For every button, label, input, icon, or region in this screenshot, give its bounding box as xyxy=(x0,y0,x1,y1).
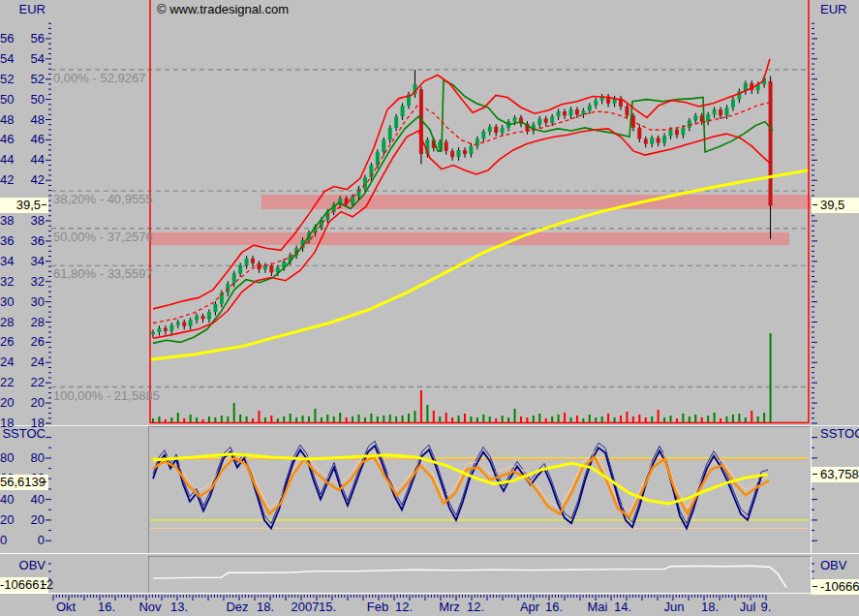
candle-down xyxy=(657,138,660,142)
volume-bar xyxy=(290,414,291,422)
red-upper-band-line xyxy=(153,59,770,309)
volume-bar xyxy=(651,416,653,422)
candle-up xyxy=(513,117,517,121)
candle-down xyxy=(164,328,168,331)
candle-up xyxy=(151,332,155,334)
volume-bar xyxy=(632,416,634,422)
volume-bar xyxy=(158,416,160,422)
volume-bar xyxy=(314,409,316,422)
candle-up xyxy=(481,132,485,139)
candle-down xyxy=(463,150,467,154)
volume-bar xyxy=(414,411,415,422)
volume-bar xyxy=(707,416,709,422)
volume-bar xyxy=(607,414,609,422)
price-axis-label-right: 24 xyxy=(0,355,14,369)
volume-bar xyxy=(582,418,584,422)
candle-down xyxy=(182,323,186,326)
candle-up xyxy=(537,119,541,125)
date-axis-label: 9. xyxy=(761,601,772,614)
candle-up xyxy=(594,101,598,106)
date-axis-label: 2007 xyxy=(291,601,320,614)
obv-panel-title-left: OBV xyxy=(1,559,46,572)
date-axis-label: 12. xyxy=(395,601,413,614)
price-axis-label-right: 54 xyxy=(0,52,14,66)
volume-bar xyxy=(770,333,772,422)
volume-bar xyxy=(751,411,752,422)
date-axis-label: Apr xyxy=(520,601,539,614)
candle-down xyxy=(719,109,722,115)
volume-bar xyxy=(514,409,516,422)
obv-value-label-left: -1066612 xyxy=(0,577,48,593)
panel-separator xyxy=(0,425,859,426)
candle-down xyxy=(675,130,679,135)
candle-down xyxy=(563,111,567,115)
volume-bar xyxy=(601,416,603,422)
volume-bar xyxy=(377,416,379,422)
resistance-band xyxy=(150,232,789,245)
volume-bar xyxy=(502,416,504,422)
volume-bar xyxy=(738,414,740,422)
date-axis-label: 18. xyxy=(701,601,719,614)
price-axis-label-right: 18 xyxy=(0,416,14,430)
volume-bar xyxy=(445,413,447,422)
volume-bar xyxy=(732,415,734,422)
panel-separator xyxy=(0,553,859,554)
candle-down xyxy=(201,316,205,319)
obv-value-label-right: -1066612 xyxy=(812,579,859,595)
date-axis-label: 16. xyxy=(98,601,115,614)
volume-bar xyxy=(183,418,185,422)
candle-up xyxy=(688,121,691,128)
price-axis-label-right: 52 xyxy=(0,73,14,86)
price-axis-label-right: 42 xyxy=(0,173,14,187)
volume-bar xyxy=(763,413,765,422)
volume-bar xyxy=(152,418,154,422)
candle-down xyxy=(345,199,349,203)
date-axis-label: Mai xyxy=(588,601,608,614)
tick-dash xyxy=(42,204,46,205)
candle-down xyxy=(637,128,641,139)
candle-down xyxy=(450,151,454,157)
volume-bar xyxy=(170,417,172,422)
candle-up xyxy=(401,106,405,117)
volume-bar xyxy=(214,417,216,422)
candle-up xyxy=(245,259,249,265)
price-axis-label-right: 48 xyxy=(0,113,14,127)
volume-bar xyxy=(645,417,647,422)
candle-up xyxy=(232,273,236,283)
volume-bar xyxy=(626,412,628,422)
volume-bar xyxy=(202,419,204,422)
volume-bar xyxy=(564,413,566,422)
volume-bar xyxy=(714,413,716,422)
volume-bar xyxy=(725,416,727,422)
volume-bar xyxy=(326,415,328,422)
volume-bar xyxy=(551,416,553,422)
candle-up xyxy=(681,128,685,135)
volume-bar xyxy=(676,418,678,422)
date-axis-label: Nov xyxy=(138,601,161,614)
date-axis-label: Okt xyxy=(56,601,76,614)
candle-up xyxy=(501,128,505,133)
volume-bar xyxy=(507,417,509,422)
price-axis-label-right: 56 xyxy=(0,32,14,46)
obv-panel-title-right: OBV xyxy=(820,559,846,572)
price-axis-label-right: 38 xyxy=(0,214,14,228)
volume-bar xyxy=(239,415,241,422)
fib-label: 61,80% - 33,5597 xyxy=(53,267,153,281)
volume-bar xyxy=(426,405,428,422)
volume-bar xyxy=(295,417,297,422)
price-axis-label-right: 36 xyxy=(0,234,14,248)
candle-up xyxy=(568,109,572,115)
price-axis-unit-left: EUR xyxy=(1,3,46,16)
volume-bar xyxy=(464,414,466,422)
volume-bar xyxy=(589,415,591,422)
volume-bar xyxy=(520,416,522,422)
candle-up xyxy=(213,304,217,312)
price-axis-label-right: 26 xyxy=(0,335,14,349)
volume-bar xyxy=(270,416,272,422)
price-axis-label-right: 50 xyxy=(0,93,14,107)
tick-dash xyxy=(42,584,46,585)
price-axis-label-right: 34 xyxy=(0,255,14,268)
volume-bar xyxy=(470,416,472,422)
candle-up xyxy=(469,146,473,154)
tick-dash xyxy=(813,474,817,475)
